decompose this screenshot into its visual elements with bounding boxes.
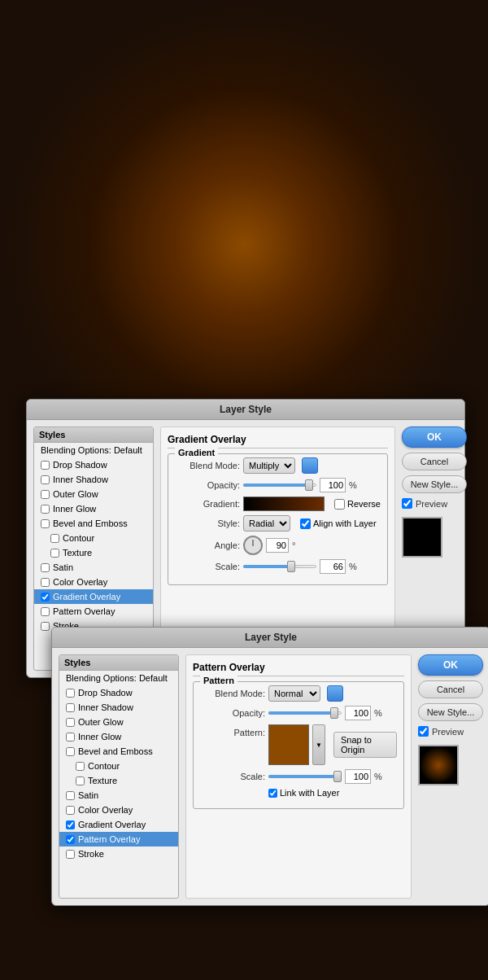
d2-gradient-overlay-label: Gradient Overlay <box>78 820 146 829</box>
pattern-box[interactable] <box>268 724 309 765</box>
sidebar-item-contour[interactable]: Contour <box>34 531 153 545</box>
d2-pattern-overlay-checkbox[interactable] <box>66 835 75 844</box>
dialog1-title: Layer Style <box>220 404 272 415</box>
dialog2-newstyle-button[interactable]: New Style... <box>418 703 483 721</box>
d2-contour-checkbox[interactable] <box>76 762 85 771</box>
d2-sidebar-item-contour[interactable]: Contour <box>59 759 178 773</box>
d2-contour-label: Contour <box>88 761 120 771</box>
dialog1-cancel-button[interactable]: Cancel <box>402 453 467 470</box>
d2-scale-percent: % <box>374 772 382 781</box>
dialog2-preview-checkbox[interactable] <box>418 726 429 737</box>
sidebar-item-blending-options[interactable]: Blending Options: Default <box>34 443 153 457</box>
opacity-row: Opacity: % <box>175 478 381 492</box>
d2-scale-slider-fill <box>268 775 342 778</box>
d2-sidebar-item-outer-glow[interactable]: Outer Glow <box>59 715 178 729</box>
inner-shadow-checkbox[interactable] <box>41 475 50 484</box>
d2-sidebar-item-gradient-overlay[interactable]: Gradient Overlay <box>59 817 178 832</box>
color-overlay-checkbox[interactable] <box>41 578 50 587</box>
dialog2-preview-text: Preview <box>432 727 464 737</box>
d2-scale-slider-wrap <box>268 771 342 782</box>
blend-mode-select[interactable]: Multiply Normal <box>243 457 295 474</box>
drop-shadow-checkbox[interactable] <box>41 461 50 470</box>
gradient-preview[interactable] <box>243 497 325 511</box>
style-select[interactable]: Radial Linear <box>243 515 290 532</box>
dialog1-newstyle-button[interactable]: New Style... <box>402 475 467 493</box>
d2-gradient-overlay-checkbox[interactable] <box>66 820 75 829</box>
stroke-checkbox[interactable] <box>41 622 50 631</box>
d2-opacity-slider-wrap <box>268 707 342 719</box>
scale-row: Scale: % <box>175 559 381 574</box>
d2-blend-mode-select[interactable]: Normal Multiply <box>268 685 320 702</box>
bevel-emboss-checkbox[interactable] <box>41 519 50 528</box>
d2-sidebar-item-texture[interactable]: Texture <box>59 773 178 788</box>
opacity-slider-knob[interactable] <box>305 479 313 491</box>
d2-sidebar-item-inner-shadow[interactable]: Inner Shadow <box>59 700 178 715</box>
d2-inner-glow-checkbox[interactable] <box>66 733 75 742</box>
opacity-input[interactable] <box>320 478 346 492</box>
pattern-scroll-btn[interactable]: ▼ <box>312 724 325 765</box>
d2-sidebar-item-bevel-emboss[interactable]: Bevel and Emboss <box>59 744 178 759</box>
d2-outer-glow-checkbox[interactable] <box>66 718 75 727</box>
sidebar-item-texture[interactable]: Texture <box>34 545 153 560</box>
d2-sidebar-item-color-overlay[interactable]: Color Overlay <box>59 803 178 817</box>
inner-glow-checkbox[interactable] <box>41 505 50 514</box>
reverse-checkbox[interactable] <box>334 499 345 510</box>
outer-glow-checkbox[interactable] <box>41 490 50 499</box>
d2-sidebar-item-satin[interactable]: Satin <box>59 788 178 803</box>
sidebar-item-satin[interactable]: Satin <box>34 560 153 575</box>
d2-scale-input[interactable] <box>345 769 371 784</box>
angle-row: Angle: ° <box>175 536 381 555</box>
blend-mode-btn[interactable] <box>302 457 318 474</box>
sidebar-item-outer-glow[interactable]: Outer Glow <box>34 487 153 501</box>
satin-checkbox[interactable] <box>41 563 50 572</box>
dialog1-ok-button[interactable]: OK <box>402 427 467 448</box>
dialog2-titlebar: Layer Style <box>52 628 488 648</box>
d2-stroke-checkbox[interactable] <box>66 850 75 859</box>
gradient-overlay-checkbox[interactable] <box>41 593 50 602</box>
d2-sidebar-item-inner-glow[interactable]: Inner Glow <box>59 729 178 744</box>
texture-checkbox[interactable] <box>50 549 59 558</box>
opacity-percent: % <box>349 480 357 490</box>
sidebar-item-pattern-overlay[interactable]: Pattern Overlay <box>34 604 153 619</box>
d2-drop-shadow-checkbox[interactable] <box>66 689 75 698</box>
sidebar-item-drop-shadow[interactable]: Drop Shadow <box>34 457 153 472</box>
dialog2-preview-thumb <box>418 745 459 785</box>
d2-scale-slider-knob[interactable] <box>333 771 342 782</box>
d2-texture-checkbox[interactable] <box>76 777 85 785</box>
scale-slider-knob[interactable] <box>287 561 295 572</box>
pattern-overlay-checkbox[interactable] <box>41 607 50 616</box>
sidebar-item-inner-shadow[interactable]: Inner Shadow <box>34 472 153 487</box>
align-layer-checkbox[interactable] <box>300 518 311 529</box>
dialog2-ok-button[interactable]: OK <box>418 654 483 676</box>
angle-input[interactable] <box>266 538 289 553</box>
d2-opacity-input[interactable] <box>345 706 371 720</box>
d2-sidebar-item-drop-shadow[interactable]: Drop Shadow <box>59 685 178 700</box>
reverse-container: Reverse <box>334 499 381 510</box>
blend-mode-label: Blend Mode: <box>175 461 240 470</box>
inner-shadow-label: Inner Shadow <box>53 475 108 484</box>
sidebar-item-bevel-emboss[interactable]: Bevel and Emboss <box>34 516 153 531</box>
dialog2-cancel-button[interactable]: Cancel <box>418 680 483 698</box>
link-layer-checkbox[interactable] <box>268 789 277 798</box>
d2-sidebar-item-stroke[interactable]: Stroke <box>59 847 178 861</box>
angle-dial[interactable] <box>243 536 263 555</box>
opacity-slider-fill <box>243 483 309 487</box>
d2-inner-shadow-checkbox[interactable] <box>66 703 75 712</box>
contour-checkbox[interactable] <box>50 534 59 543</box>
color-overlay-label: Color Overlay <box>53 577 107 587</box>
d2-sidebar-item-pattern-overlay[interactable]: Pattern Overlay <box>59 832 178 847</box>
d2-satin-checkbox[interactable] <box>66 791 75 800</box>
d2-opacity-slider-knob[interactable] <box>330 707 338 719</box>
sidebar-item-color-overlay[interactable]: Color Overlay <box>34 575 153 589</box>
d2-sidebar-item-blending-options[interactable]: Blending Options: Default <box>59 671 178 685</box>
scale-input[interactable] <box>320 559 346 574</box>
d2-color-overlay-checkbox[interactable] <box>66 806 75 815</box>
sidebar-item-inner-glow[interactable]: Inner Glow <box>34 501 153 516</box>
style-row: Style: Radial Linear Align with Layer <box>175 515 381 532</box>
d2-blend-mode-btn[interactable] <box>327 685 343 702</box>
align-layer-container: Align with Layer <box>300 518 377 529</box>
sidebar-item-gradient-overlay[interactable]: Gradient Overlay <box>34 589 153 604</box>
snap-to-origin-button[interactable]: Snap to Origin <box>333 732 397 758</box>
d2-bevel-emboss-checkbox[interactable] <box>66 747 75 756</box>
dialog1-preview-checkbox[interactable] <box>402 498 412 509</box>
